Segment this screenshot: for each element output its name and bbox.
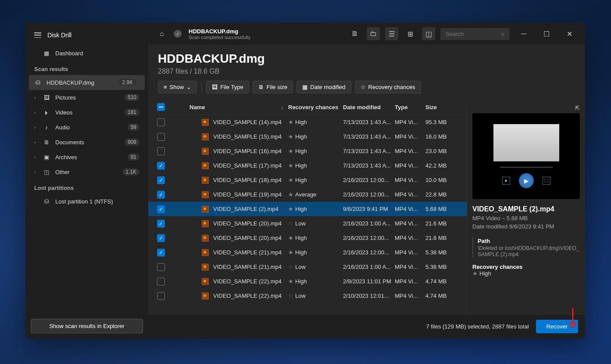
status-bar: 7 files (129 MB) selected, 2887 files to… [148, 314, 585, 339]
row-checkbox[interactable]: ✓ [157, 162, 165, 170]
selection-status: 7 files (129 MB) selected, 2887 files to… [426, 323, 529, 330]
split-view-icon[interactable]: ◫ [422, 27, 435, 40]
column-date[interactable]: Date modified [343, 104, 395, 111]
popout-icon[interactable]: ⇱ [575, 105, 580, 111]
recovery-chance: High [295, 278, 307, 285]
sidebar-item-hddbackup[interactable]: ⛁ HDDBACKUP.dmg 2.9K [29, 75, 145, 90]
table-row[interactable]: VIDEO_SAMPLE (14).mp4★High7/13/2023 1:43… [148, 115, 467, 129]
column-name[interactable]: Name↓ [168, 104, 288, 111]
maximize-button[interactable]: ☐ [538, 27, 555, 40]
audio-icon: ♪ [43, 124, 50, 131]
sidebar-item-other[interactable]: › ◫ Other 1.1K [25, 164, 148, 179]
folder-icon[interactable]: 🗀 [367, 27, 380, 40]
table-row[interactable]: ✓VIDEO_SAMPLE (21).mp4★High2/16/2023 12:… [148, 245, 467, 260]
seek-bar[interactable] [500, 167, 553, 168]
row-checkbox[interactable] [157, 263, 165, 271]
table-row[interactable]: ✓VIDEO_SAMPLE (2).mp4★High9/6/2023 9:41 … [148, 202, 467, 216]
star-icon: ★ [288, 133, 293, 140]
file-name: VIDEO_SAMPLE (22).mp4 [213, 278, 282, 285]
picture-icon: 🖼 [43, 94, 50, 101]
column-size[interactable]: Size [425, 104, 461, 111]
table-row[interactable]: ✓VIDEO_SAMPLE (19).mp4★Average2/16/2023 … [148, 187, 467, 202]
file-name: VIDEO_SAMPLE (22).mp4 [213, 293, 282, 299]
table-row[interactable]: ✓VIDEO_SAMPLE (20).mp4★High2/16/2023 12:… [148, 231, 467, 245]
minimize-button[interactable]: ─ [515, 27, 532, 40]
close-button[interactable]: ✕ [561, 27, 578, 40]
show-in-explorer-button[interactable]: Show scan results in Explorer [31, 319, 143, 333]
column-type[interactable]: Type [395, 104, 425, 111]
list-view-icon[interactable]: ☰ [385, 27, 398, 40]
file-date: 2/16/2023 12:00... [343, 249, 395, 256]
calendar-icon: ▦ [302, 84, 307, 90]
row-checkbox[interactable] [157, 278, 165, 285]
table-row[interactable]: VIDEO_SAMPLE (21).mp4☆Low2/16/2023 1:00 … [148, 260, 467, 274]
check-icon[interactable]: ✓ [174, 30, 182, 38]
file-type: MP4 Vi... [395, 235, 425, 241]
row-checkbox[interactable] [157, 133, 165, 141]
app-title: Disk Drill [47, 32, 71, 39]
sidebar-item-documents[interactable]: › 🗎 Documents 909 [25, 135, 148, 150]
show-filter-button[interactable]: ≡Show⌄ [158, 81, 197, 93]
row-checkbox[interactable]: ✓ [157, 191, 165, 199]
filesize-filter-button[interactable]: 🗎File size [253, 81, 293, 93]
row-checkbox[interactable]: ✓ [157, 205, 165, 213]
table-body[interactable]: VIDEO_SAMPLE (14).mp4★High7/13/2023 1:43… [148, 115, 467, 314]
home-icon[interactable]: ⌂ [155, 27, 168, 40]
search-box[interactable]: ⌕ [440, 28, 510, 40]
recovery-chance: Low [295, 220, 306, 227]
star-icon: ★ [288, 235, 293, 241]
page-icon[interactable]: 🗎 [348, 27, 361, 40]
table-row[interactable]: VIDEO_SAMPLE (22).mp4★High2/9/2023 11:01… [148, 274, 467, 289]
row-checkbox[interactable] [157, 118, 165, 126]
drive-icon: ⛁ [43, 198, 50, 205]
sidebar-item-pictures[interactable]: › 🖼 Pictures 510 [25, 90, 148, 105]
row-checkbox[interactable]: ✓ [157, 220, 165, 228]
sidebar-dashboard[interactable]: ▦ Dashboard [25, 46, 148, 61]
hamburger-icon[interactable] [34, 32, 41, 38]
table-row[interactable]: VIDEO_SAMPLE (16).mp4★High7/13/2023 1:43… [148, 144, 467, 158]
file-type: MP4 Vi... [395, 249, 425, 256]
row-checkbox[interactable] [157, 147, 165, 155]
sidebar-item-archives[interactable]: › ▣ Archives 91 [25, 150, 148, 164]
file-type: MP4 Vi... [395, 293, 425, 299]
file-type: MP4 Vi... [395, 148, 425, 154]
table-row[interactable]: ✓VIDEO_SAMPLE (17).mp4★High7/13/2023 1:4… [148, 158, 467, 173]
column-recovery[interactable]: Recovery chances [288, 104, 343, 111]
table-row[interactable]: ✓VIDEO_SAMPLE (20).mp4☆Low2/16/2023 1:00… [148, 216, 467, 231]
row-checkbox[interactable]: ✓ [157, 176, 165, 184]
recovery-chance: Low [295, 264, 306, 270]
stop-button[interactable]: ■ [502, 177, 510, 185]
sidebar-lost-partition[interactable]: ⛁ Lost partition 1 (NTFS) [25, 194, 148, 209]
file-icon [202, 148, 209, 155]
file-date: 2/16/2023 1:00 A... [343, 264, 395, 270]
sidebar-item-audio[interactable]: › ♪ Audio 59 [25, 120, 148, 135]
fullscreen-button[interactable]: ⛶ [543, 177, 550, 185]
file-type: MP4 Vi... [395, 278, 425, 285]
video-icon: ⏵ [43, 109, 50, 116]
recovery-filter-button[interactable]: ☆Recovery chances [355, 81, 421, 93]
recovery-chance: Low [295, 293, 306, 299]
table-row[interactable]: VIDEO_SAMPLE (22).mp4☆Low2/10/2023 12:01… [148, 289, 467, 303]
grid-view-icon[interactable]: ⊞ [404, 27, 417, 40]
table-row[interactable]: ✓VIDEO_SAMPLE (18).mp4★High2/16/2023 12:… [148, 173, 467, 187]
row-checkbox[interactable] [157, 292, 165, 300]
date-filter-button[interactable]: ▦Date modified [297, 81, 351, 93]
search-input[interactable] [446, 31, 498, 37]
row-checkbox[interactable]: ✓ [157, 234, 165, 242]
star-icon: ★ [288, 191, 293, 198]
filetype-filter-button[interactable]: 🖼File Type [206, 81, 249, 93]
table-row[interactable]: VIDEO_SAMPLE (15).mp4★High7/13/2023 1:43… [148, 129, 467, 144]
file-name: VIDEO_SAMPLE (20).mp4 [213, 220, 282, 227]
file-icon [202, 133, 209, 140]
recover-button[interactable]: Recover [536, 320, 578, 333]
file-size: 21.6 MB [425, 235, 461, 241]
file-name: VIDEO_SAMPLE (17).mp4 [213, 162, 282, 169]
file-type: MP4 Vi... [395, 220, 425, 227]
sidebar-item-videos[interactable]: › ⏵ Videos 181 [25, 105, 148, 120]
file-date: 7/13/2023 1:43 A... [343, 119, 395, 125]
file-size: 5.38 MB [425, 249, 461, 256]
preview-panel: ⇱ ■ ▶ ⛶ VIDEO_SAMPLE (2).mp4 MP4 Video –… [467, 100, 585, 314]
row-checkbox[interactable]: ✓ [157, 249, 165, 257]
select-all-checkbox[interactable] [157, 103, 165, 111]
play-button[interactable]: ▶ [519, 173, 534, 188]
